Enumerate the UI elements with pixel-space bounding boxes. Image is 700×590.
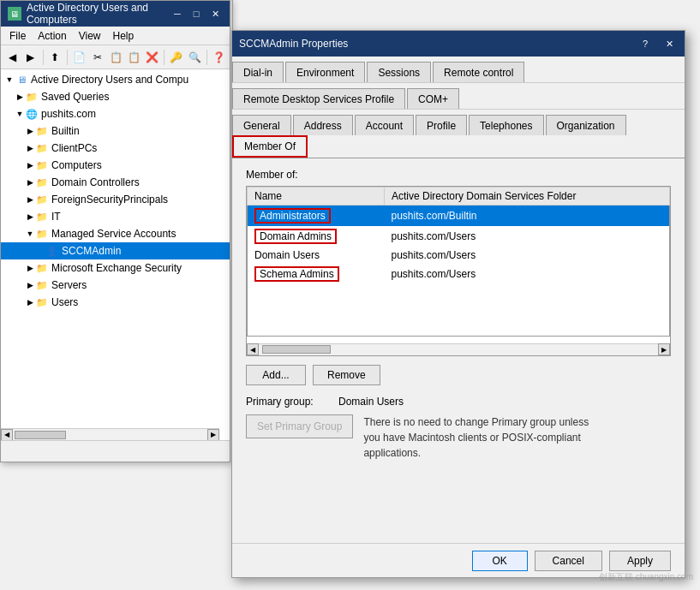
tab-row-lower: General Address Account Profile Telephon… xyxy=(232,110,685,158)
primary-group-row: Primary group: Domain Users xyxy=(246,396,671,408)
maximize-button[interactable]: □ xyxy=(188,5,205,22)
highlighted-name-schema-admins: Schema Admins xyxy=(254,266,339,282)
tree-item-exchange[interactable]: ▶ 📁 Microsoft Exchange Security xyxy=(1,259,230,277)
tab-com-plus[interactable]: COM+ xyxy=(407,88,459,109)
tree-item-dc[interactable]: ▶ 📁 Domain Controllers xyxy=(1,174,230,191)
tree-label-managed: Managed Service Accounts xyxy=(51,228,176,240)
expand-icon-managed: ▼ xyxy=(25,229,35,238)
expand-icon-root: ▼ xyxy=(4,75,15,84)
tab-remote-desktop[interactable]: Remote Desktop Services Profile xyxy=(232,88,405,109)
expand-icon-builtin: ▶ xyxy=(25,127,35,135)
member-table-container[interactable]: Name Active Directory Domain Services Fo… xyxy=(246,186,671,356)
horizontal-scrollbar[interactable]: ◀ ▶ xyxy=(1,428,219,440)
tree-item-computers[interactable]: ▶ 📁 Computers xyxy=(1,157,230,174)
table-row-empty-2 xyxy=(248,301,670,319)
up-button[interactable]: ⬆ xyxy=(47,48,63,67)
tab-dial-in[interactable]: Dial-in xyxy=(232,62,284,82)
menu-file[interactable]: File xyxy=(4,28,31,44)
forward-button[interactable]: ▶ xyxy=(22,48,39,67)
folder-icon-exchange: 📁 xyxy=(35,261,49,275)
scroll-left-arrow[interactable]: ◀ xyxy=(1,429,13,441)
tab-organization[interactable]: Organization xyxy=(546,115,626,135)
highlighted-name-domain-admins: Domain Admins xyxy=(254,229,337,244)
tab-row-upper: Dial-in Environment Sessions Remote cont… xyxy=(232,57,685,83)
separator-1 xyxy=(43,50,44,65)
set-primary-group-button[interactable]: Set Primary Group xyxy=(246,414,353,438)
tree-panel[interactable]: ▼ 🖥 Active Directory Users and Compu ▶ 📁… xyxy=(1,69,230,436)
primary-group-section: Set Primary Group There is no need to ch… xyxy=(246,414,671,461)
cut-button[interactable]: ✂ xyxy=(89,48,105,67)
copy-button[interactable]: 📋 xyxy=(107,48,123,67)
ok-button[interactable]: OK xyxy=(472,551,528,571)
tab-remote-control[interactable]: Remote control xyxy=(433,62,524,82)
paste-button[interactable]: 📋 xyxy=(126,48,142,67)
expand-icon-saved: ▶ xyxy=(15,92,25,101)
table-scroll-thumb[interactable] xyxy=(262,345,331,354)
tab-address[interactable]: Address xyxy=(293,115,353,135)
table-row-empty-3 xyxy=(248,319,670,336)
tab-environment[interactable]: Environment xyxy=(285,62,365,82)
menu-view[interactable]: View xyxy=(74,28,106,44)
dialog-help-button[interactable]: ? xyxy=(637,35,654,52)
domain-icon-pushits: 🌐 xyxy=(25,107,39,121)
tree-item-foreign[interactable]: ▶ 📁 ForeignSecurityPrincipals xyxy=(1,191,230,208)
tab-general[interactable]: General xyxy=(232,115,291,135)
delete-button[interactable]: ❌ xyxy=(144,48,160,67)
properties-dialog: SCCMAdmin Properties ? ✕ Dial-in Environ… xyxy=(231,30,685,578)
highlighted-name-administrators: Administrators xyxy=(254,208,331,223)
tree-item-pushits[interactable]: ▼ 🌐 pushits.com xyxy=(1,105,230,122)
folder-icon-it: 📁 xyxy=(35,210,49,223)
dialog-title: SCCMAdmin Properties xyxy=(239,38,630,50)
scroll-thumb[interactable] xyxy=(15,431,66,439)
tree-item-builtin[interactable]: ▶ 📁 Builtin xyxy=(1,122,230,140)
tree-item-saved-queries[interactable]: ▶ 📁 Saved Queries xyxy=(1,88,230,105)
table-row-empty-1 xyxy=(248,284,670,301)
tree-item-root[interactable]: ▼ 🖥 Active Directory Users and Compu xyxy=(1,71,230,88)
close-button[interactable]: ✕ xyxy=(206,5,224,22)
tree-label-exchange: Microsoft Exchange Security xyxy=(51,262,182,274)
primary-group-label: Primary group: xyxy=(246,396,332,408)
table-h-scroll[interactable]: ◀ ▶ xyxy=(247,343,670,355)
help-button[interactable]: ❓ xyxy=(211,48,227,67)
table-header-row: Name Active Directory Domain Services Fo… xyxy=(248,188,670,206)
new-button[interactable]: 📄 xyxy=(71,48,87,67)
expand-icon-foreign: ▶ xyxy=(25,195,35,204)
table-row-administrators[interactable]: Administrators pushits.com/Builtin xyxy=(248,206,670,227)
member-table: Name Active Directory Domain Services Fo… xyxy=(247,187,670,337)
cancel-button[interactable]: Cancel xyxy=(535,551,602,571)
tree-label-foreign: ForeignSecurityPrincipals xyxy=(51,194,168,206)
tab-profile[interactable]: Profile xyxy=(416,115,467,135)
back-button[interactable]: ◀ xyxy=(4,48,21,67)
minimize-button[interactable]: ─ xyxy=(169,5,186,22)
table-row-domain-admins[interactable]: Domain Admins pushits.com/Users xyxy=(248,226,670,247)
tree-item-clientpcs[interactable]: ▶ 📁 ClientPCs xyxy=(1,140,230,157)
menu-action[interactable]: Action xyxy=(33,28,71,44)
tree-item-it[interactable]: ▶ 📁 IT xyxy=(1,208,230,225)
tab-telephones[interactable]: Telephones xyxy=(469,115,543,135)
apply-button[interactable]: Apply xyxy=(609,551,671,571)
cell-folder-administrators: pushits.com/Builtin xyxy=(385,206,670,227)
menu-help[interactable]: Help xyxy=(108,28,140,44)
tab-member-of[interactable]: Member Of xyxy=(232,135,308,158)
tree-item-servers[interactable]: ▶ 📁 Servers xyxy=(1,277,230,294)
tree-item-users[interactable]: ▶ 📁 Users xyxy=(1,294,230,311)
table-row-schema-admins[interactable]: Schema Admins pushits.com/Users xyxy=(248,264,670,284)
properties-button[interactable]: 🔑 xyxy=(168,48,184,67)
cell-folder-schema-admins: pushits.com/Users xyxy=(385,264,670,284)
tab-account[interactable]: Account xyxy=(355,115,414,135)
folder-icon-clientpcs: 📁 xyxy=(35,141,49,155)
remove-button[interactable]: Remove xyxy=(313,365,380,385)
folder-icon-servers: 📁 xyxy=(35,278,49,292)
add-button[interactable]: Add... xyxy=(246,365,306,385)
scroll-right-arrow[interactable]: ▶ xyxy=(207,429,219,441)
col-folder: Active Directory Domain Services Folder xyxy=(385,188,670,206)
table-scroll-left[interactable]: ◀ xyxy=(247,343,259,355)
tree-item-sccmadmin[interactable]: 👤 SCCMAdmin xyxy=(1,242,230,259)
table-scroll-right[interactable]: ▶ xyxy=(658,343,670,355)
tab-sessions[interactable]: Sessions xyxy=(367,62,431,82)
dialog-close-button[interactable]: ✕ xyxy=(661,35,678,52)
table-row-domain-users[interactable]: Domain Users pushits.com/Users xyxy=(248,247,670,264)
search-button[interactable]: 🔍 xyxy=(187,48,203,67)
expand-icon-clientpcs: ▶ xyxy=(25,144,35,152)
tree-item-managed[interactable]: ▼ 📁 Managed Service Accounts xyxy=(1,225,230,242)
